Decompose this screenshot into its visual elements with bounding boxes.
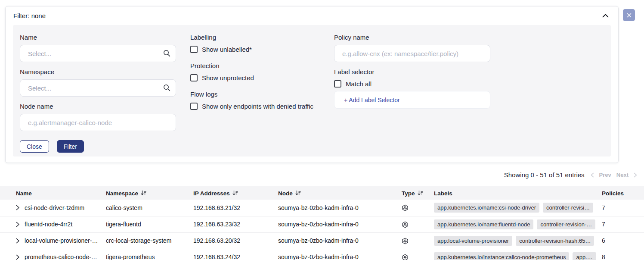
ip-addresses-cell: 192.168.63.24/32 (190, 249, 275, 260)
prev-page-button[interactable]: Prev (599, 172, 611, 178)
policy-name-input[interactable] (334, 45, 490, 62)
namespace-cell: tigera-fluentd (102, 216, 190, 232)
pod-type-icon (402, 204, 409, 211)
policies-count-cell: 7 (598, 216, 644, 232)
filter-panel-header: Filter: none (6, 6, 618, 25)
column-header-labels: Labels (428, 186, 598, 200)
sort-icon (232, 190, 238, 196)
policies-count-cell: 7 (598, 200, 644, 216)
filter-form: Name Namespace Node name Close Filt (13, 25, 611, 157)
column-label: Policies (602, 190, 624, 196)
label-chip: app.kubernetes.io/name:fluentd-node (434, 219, 533, 229)
match-all-checkbox[interactable] (334, 80, 341, 88)
type-cell (396, 200, 428, 216)
type-cell (396, 232, 428, 249)
filter-panel-title: Filter: none (13, 12, 46, 19)
column-header-node[interactable]: Node (275, 186, 396, 200)
column-header-type[interactable]: Type (396, 186, 428, 200)
ip-addresses-cell: 192.168.63.21/32 (190, 200, 275, 216)
labels-cell: app.kubernetes.io/name:csi-node-driverco… (428, 200, 598, 216)
column-header-ip-addresses[interactable]: IP Addresses (190, 186, 275, 200)
show-unprotected-label: Show unprotected (202, 74, 254, 81)
collapse-panel-button[interactable] (601, 12, 610, 19)
labelling-heading: Labelling (190, 34, 334, 41)
show-unlabelled-checkbox[interactable] (190, 46, 198, 53)
next-page-button[interactable]: Next (616, 172, 629, 178)
name-select-input[interactable] (20, 45, 176, 62)
column-label: IP Addresses (193, 190, 230, 196)
labels-cell: app.kubernetes.io/instance:calico-node-p… (428, 249, 598, 260)
chevron-up-icon (602, 14, 609, 18)
namespace-cell: calico-system (102, 200, 190, 216)
expand-row-chevron-icon[interactable] (16, 222, 20, 227)
label-chip: app.… (573, 252, 596, 260)
namespace-cell: tigera-prometheus (102, 249, 190, 260)
endpoint-name: prometheus-calico-node-… (25, 254, 97, 260)
column-label: Namespace (106, 190, 138, 196)
labels-cell: app:local-volume-provisionercontroller-r… (428, 232, 598, 249)
table-row: csi-node-driver-tzdmmcalico-system192.16… (0, 200, 644, 216)
close-icon (627, 13, 632, 18)
endpoint-name: csi-node-driver-tzdmm (25, 204, 84, 211)
denied-traffic-checkbox[interactable] (190, 103, 198, 110)
denied-traffic-checkbox-row[interactable]: Show only endpoints with denied traffic (190, 103, 334, 110)
node-cell: soumya-bz-0zbo-kadm-infra-0 (275, 200, 396, 216)
sort-icon (418, 190, 423, 196)
table-header: NameNamespaceIP AddressesNodeTypeLabelsP… (0, 186, 644, 200)
column-label: Labels (434, 190, 452, 196)
show-unprotected-checkbox-row[interactable]: Show unprotected (190, 74, 334, 81)
policies-count-cell: 8 (598, 249, 644, 260)
label-chip: app.kubernetes.io/instance:calico-node-p… (434, 252, 569, 260)
name-field-label: Name (20, 34, 176, 41)
pod-type-icon (402, 238, 409, 244)
match-all-label: Match all (346, 80, 372, 88)
table-row: local-volume-provisioner-…crc-local-stor… (0, 232, 644, 249)
chevron-right-icon[interactable] (634, 172, 637, 178)
add-label-selector-button[interactable]: + Add Label Selector (334, 91, 490, 109)
label-selector-heading: Label selector (334, 68, 490, 75)
protection-heading: Protection (190, 62, 334, 69)
pagination: Showing 0 - 51 of 51 entries Prev Next (504, 171, 637, 179)
type-cell (396, 216, 428, 232)
label-chip: controller-revisi… (543, 203, 593, 213)
filter-panel: Filter: none Name Namespace Node name (5, 6, 619, 163)
sort-icon (141, 190, 146, 196)
show-unlabelled-checkbox-row[interactable]: Show unlabelled* (190, 46, 334, 53)
expand-row-chevron-icon[interactable] (16, 254, 20, 260)
sort-icon (295, 190, 301, 196)
labels-cell: app.kubernetes.io/name:fluentd-nodecontr… (428, 216, 598, 232)
filter-button[interactable]: Filter (57, 140, 84, 153)
search-icon (163, 84, 170, 93)
search-icon (163, 50, 170, 59)
pod-type-icon (402, 221, 409, 228)
node-cell: soumya-bz-0zbo-kadm-infra-0 (275, 249, 396, 260)
dismiss-filter-button[interactable] (623, 9, 635, 21)
column-header-namespace[interactable]: Namespace (102, 186, 190, 200)
node-name-input[interactable] (20, 114, 176, 131)
label-chip: controller-revision-… (537, 219, 595, 229)
endpoints-table: NameNamespaceIP AddressesNodeTypeLabelsP… (0, 186, 644, 260)
flow-logs-heading: Flow logs (190, 91, 334, 98)
column-label: Node (278, 190, 293, 196)
namespace-select-input[interactable] (20, 79, 176, 97)
expand-row-chevron-icon[interactable] (16, 238, 20, 244)
ip-addresses-cell: 192.168.63.20/32 (190, 232, 275, 249)
table-row: fluentd-node-4rr2ttigera-fluentd192.168.… (0, 216, 644, 232)
expand-row-chevron-icon[interactable] (16, 205, 20, 210)
match-all-checkbox-row[interactable]: Match all (334, 80, 490, 88)
endpoint-name-cell: prometheus-calico-node-… (0, 249, 102, 260)
column-label: Name (16, 190, 32, 196)
close-button[interactable]: Close (20, 140, 49, 153)
pod-type-icon (402, 254, 409, 260)
endpoint-name: local-volume-provisioner-… (25, 237, 98, 244)
entries-summary: Showing 0 - 51 of 51 entries (504, 171, 585, 179)
endpoint-name-cell: fluentd-node-4rr2t (0, 216, 102, 232)
show-unprotected-checkbox[interactable] (190, 74, 198, 81)
chevron-left-icon[interactable] (591, 172, 594, 178)
node-cell: soumya-bz-0zbo-kadm-infra-0 (275, 216, 396, 232)
policy-name-field-label: Policy name (334, 34, 490, 41)
column-label: Type (402, 190, 415, 196)
namespace-field-label: Namespace (20, 68, 176, 75)
denied-traffic-label: Show only endpoints with denied traffic (202, 103, 313, 110)
label-chip: controller-revision-hash:65… (516, 236, 594, 246)
